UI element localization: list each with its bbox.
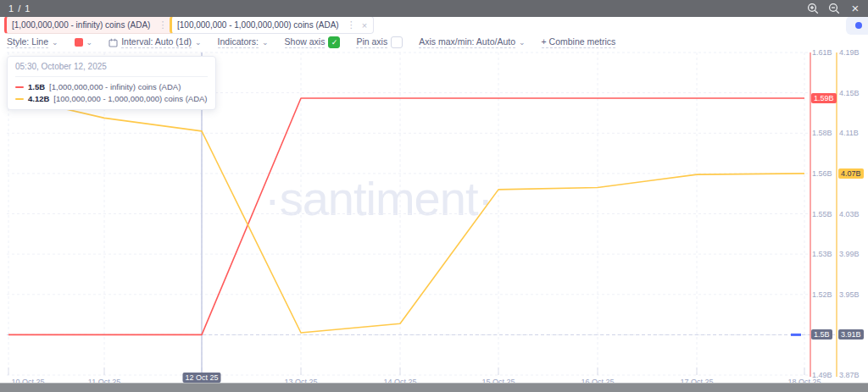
series-dash-icon (15, 86, 24, 88)
remove-metric-icon[interactable]: × (362, 20, 367, 30)
show-axis-label: Show axis (285, 36, 326, 48)
tooltip-row-red: 1.5B [1,000,000,000 - infinity) coins (A… (15, 82, 208, 91)
chart-tooltip: 05:30, October 12, 2025 1.5B [1,000,000,… (7, 56, 216, 110)
tooltip-timestamp: 05:30, October 12, 2025 (15, 62, 208, 71)
close-icon: × (852, 3, 860, 14)
bottom-taskbar-strip (0, 383, 868, 392)
interval-selector[interactable]: Interval: Auto (1d) ⌄ (108, 36, 201, 48)
series-dash-icon (15, 98, 24, 100)
metric-chip-red[interactable]: [1,000,000,000 - infinity) coins (ADA) ⋮… (4, 16, 186, 34)
settings-button[interactable] (846, 16, 868, 35)
indicators-selector[interactable]: Indicators: ⌄ (218, 36, 269, 48)
metric-chip-label: [1,000,000,000 - infinity) coins (ADA) (12, 20, 150, 30)
indicators-label: Indicators: (218, 36, 259, 48)
close-dialog-button[interactable]: × (849, 2, 862, 15)
color-swatch (75, 38, 83, 47)
pin-axis-label: Pin axis (356, 36, 387, 48)
zoom-out-icon (828, 3, 840, 14)
axis-maxmin-selector[interactable]: Axis max/min: Auto/Auto ⌄ (419, 36, 525, 48)
kebab-menu-icon[interactable]: ⋮ (158, 19, 167, 30)
combine-metrics-label: + Combine metrics (542, 36, 616, 48)
blue-dot-icon (855, 22, 862, 29)
style-label: Style: Line (7, 36, 48, 48)
chart-toolbar: Style: Line ⌄ ⌄ Interval: Auto (1d) ⌄ In… (7, 36, 615, 49)
tooltip-value: 1.5B (28, 82, 45, 91)
series-line-yellow[interactable] (8, 96, 804, 333)
show-axis-toggle[interactable]: Show axis ✓ (285, 36, 341, 48)
pin-axis-toggle[interactable]: Pin axis ✓ (356, 36, 403, 48)
check-icon: ✓ (331, 38, 338, 47)
chevron-down-icon: ⌄ (262, 39, 269, 46)
show-axis-checkbox[interactable]: ✓ (328, 36, 340, 48)
chart-dialog: 1 / 1 × [1,000,000,000 - infinity) coins… (0, 0, 868, 392)
dialog-title-bar: 1 / 1 × (0, 0, 868, 17)
metric-chip-yellow[interactable]: [100,000,000 - 1,000,000,000) coins (ADA… (170, 16, 374, 34)
style-selector[interactable]: Style: Line ⌄ (7, 36, 58, 48)
tooltip-row-yellow: 4.12B [100,000,000 - 1,000,000,000) coin… (15, 94, 208, 103)
chevron-down-icon: ⌄ (52, 39, 58, 46)
pin-axis-checkbox[interactable]: ✓ (391, 36, 403, 48)
zoom-in-icon (807, 3, 819, 14)
tooltip-value: 4.12B (28, 94, 49, 103)
tooltip-divider (15, 76, 208, 77)
interval-label: Interval: Auto (1d) (121, 36, 192, 48)
chevron-down-icon: ⌄ (195, 39, 202, 46)
series-line-red[interactable] (8, 98, 804, 334)
metric-chip-label: [100,000,000 - 1,000,000,000) coins (ADA… (177, 20, 339, 30)
kebab-menu-icon[interactable]: ⋮ (347, 19, 356, 30)
combine-metrics-button[interactable]: + Combine metrics (542, 36, 616, 48)
zoom-out-button[interactable] (827, 2, 841, 15)
chevron-down-icon: ⌄ (519, 39, 526, 46)
chevron-down-icon: ⌄ (86, 39, 93, 46)
page-indicator: 1 / 1 (8, 3, 31, 14)
tooltip-label: [100,000,000 - 1,000,000,000) coins (ADA… (53, 94, 207, 103)
color-selector[interactable]: ⌄ (75, 38, 93, 47)
calendar-icon (108, 38, 118, 47)
zoom-in-button[interactable] (806, 2, 820, 15)
axis-maxmin-label: Axis max/min: Auto/Auto (419, 36, 515, 48)
tooltip-label: [1,000,000,000 - infinity) coins (ADA) (49, 82, 181, 91)
